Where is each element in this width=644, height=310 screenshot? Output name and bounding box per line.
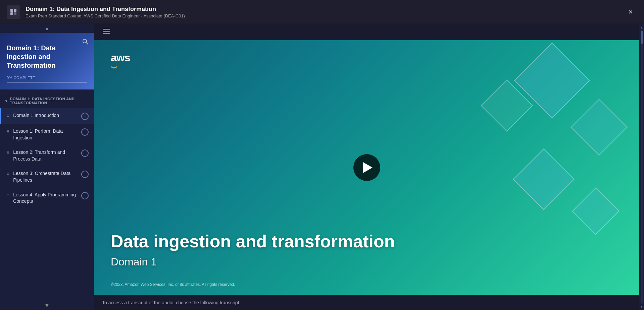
top-bar: Domain 1: Data Ingestion and Transformat… <box>0 0 644 24</box>
drag-icon: ≡ <box>6 150 9 155</box>
play-button[interactable] <box>353 154 380 181</box>
main-area: ▲ Domain 1: Data Ingestion and Transform… <box>0 24 644 310</box>
completion-circle-1 <box>81 128 89 136</box>
svg-rect-2 <box>10 12 13 15</box>
sidebar-course-title: Domain 1: Data Ingestion and Transformat… <box>7 44 87 70</box>
sidebar-scroll-up[interactable]: ▲ <box>0 24 94 33</box>
completion-circle-2 <box>81 149 89 157</box>
domain-section-label: DOMAIN 1: DATA INGESTION AND TRANSFORMAT… <box>10 97 89 105</box>
sidebar-item-lesson2[interactable]: ≡ Lesson 2: Transform and Process Data <box>0 145 94 166</box>
sidebar-item-lesson3[interactable]: ≡ Lesson 3: Orchestrate Data Pipelines <box>0 166 94 187</box>
svg-rect-1 <box>14 9 16 12</box>
lesson-label-0: Domain 1 Introduction <box>13 112 77 119</box>
svg-rect-0 <box>10 9 13 12</box>
window-subtitle: Exam Prep Standard Course: AWS Certified… <box>26 13 185 18</box>
svg-line-5 <box>86 43 88 44</box>
video-slide: aws ⌣ Data ingestion and transformation … <box>94 40 639 295</box>
scroll-thumb[interactable] <box>641 30 643 44</box>
right-scrollbar[interactable]: ▲ ▼ <box>639 24 644 310</box>
sidebar: ▲ Domain 1: Data Ingestion and Transform… <box>0 24 94 310</box>
top-bar-left: Domain 1: Data Ingestion and Transformat… <box>7 5 185 19</box>
aws-logo: aws ⌣ <box>111 50 130 73</box>
domain-section-header[interactable]: ▾ DOMAIN 1: DATA INGESTION AND TRANSFORM… <box>0 94 94 108</box>
completion-circle-4 <box>81 192 89 199</box>
content-top-bar <box>94 24 639 40</box>
drag-icon: ≡ <box>6 129 9 134</box>
top-bar-titles: Domain 1: Data Ingestion and Transformat… <box>26 6 185 18</box>
drag-icon: ≡ <box>6 171 9 176</box>
app-icon <box>7 5 20 19</box>
cube-3 <box>513 148 575 210</box>
svg-rect-3 <box>14 12 16 15</box>
sidebar-item-domain1-intro[interactable]: ≡ Domain 1 Introduction <box>0 108 94 124</box>
cubes-decoration <box>367 40 640 295</box>
cube-2 <box>571 99 628 156</box>
hamburger-button[interactable] <box>101 26 112 38</box>
sidebar-header: Domain 1: Data Ingestion and Transformat… <box>0 33 94 89</box>
drag-icon: ≡ <box>6 113 9 118</box>
scroll-down-arrow[interactable]: ▼ <box>640 305 643 309</box>
sidebar-item-lesson1[interactable]: ≡ Lesson 1: Perform Data Ingestion <box>0 124 94 145</box>
transcript-strip: To access a transcript of the audio, cho… <box>94 295 639 310</box>
transcript-text: To access a transcript of the audio, cho… <box>102 300 239 305</box>
search-icon[interactable] <box>82 38 89 47</box>
svg-point-4 <box>83 39 87 43</box>
sidebar-scroll-down[interactable]: ▼ <box>0 301 94 310</box>
content-area: aws ⌣ Data ingestion and transformation … <box>94 24 639 310</box>
progress-bar-bg <box>7 82 87 83</box>
window-title: Domain 1: Data Ingestion and Transformat… <box>26 6 185 13</box>
sidebar-content: ▾ DOMAIN 1: DATA INGESTION AND TRANSFORM… <box>0 89 94 301</box>
completion-circle-0 <box>81 113 89 120</box>
scroll-up-arrow[interactable]: ▲ <box>640 25 643 29</box>
sidebar-item-lesson4[interactable]: ≡ Lesson 4: Apply Programming Concepts <box>0 188 94 209</box>
video-text-block: Data ingestion and transformation Domain… <box>111 232 395 268</box>
close-button[interactable]: × <box>624 5 637 19</box>
progress-label: 0% COMPLETE <box>7 76 87 80</box>
video-container: aws ⌣ Data ingestion and transformation … <box>94 40 639 295</box>
video-domain-subtitle: Domain 1 <box>111 256 395 268</box>
drag-icon: ≡ <box>6 192 9 198</box>
video-copyright: ©2023, Amazon Web Services, Inc. or its … <box>111 282 235 287</box>
chevron-down-icon: ▾ <box>5 99 7 103</box>
completion-circle-3 <box>81 171 89 178</box>
cube-4 <box>572 187 619 235</box>
lesson-label-3: Lesson 3: Orchestrate Data Pipelines <box>13 170 77 183</box>
scroll-track <box>641 30 643 304</box>
lesson-label-2: Lesson 2: Transform and Process Data <box>13 149 77 162</box>
lesson-label-4: Lesson 4: Apply Programming Concepts <box>13 192 77 205</box>
video-main-title: Data ingestion and transformation <box>111 232 395 252</box>
lesson-label-1: Lesson 1: Perform Data Ingestion <box>13 128 77 141</box>
